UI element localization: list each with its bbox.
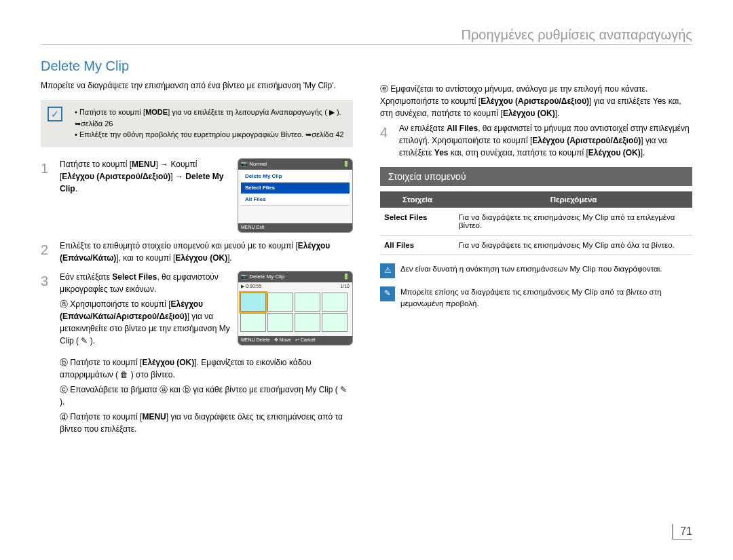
screen-menu: 📷 Normal🔋 Delete My Clip Select Files Al… (238, 158, 353, 233)
info-tip: ✎ Μπορείτε επίσης να διαγράψετε τις επισ… (380, 286, 692, 310)
menu-delete-my-clip: Delete My Clip (241, 171, 350, 183)
left-column: Delete My Clip Μπορείτε να διαγράψετε τη… (41, 52, 353, 438)
menu-all-files: All Files (241, 194, 350, 206)
sub-a: ⓐ Χρησιμοποιήστε το κουμπί [Ελέγχου (Επά… (60, 298, 231, 347)
menu-select-files: Select Files (241, 183, 350, 194)
note-box: ✓ Πατήστε το κουμπί [MODE] για να επιλέξ… (41, 100, 353, 147)
table-row: All Files Για να διαγράψετε τις επισημάν… (380, 236, 692, 255)
step-3: 3 Εάν επιλέξατε Select Files, θα εμφανισ… (41, 271, 353, 350)
thumbnail (295, 293, 320, 312)
step-4-body: Αν επιλέξατε All Files, θα εμφανιστεί το… (399, 122, 692, 159)
step-4-num: 4 (380, 122, 392, 159)
step-2: 2 Επιλέξτε το επιθυμητό στοιχείο υπομενο… (41, 240, 353, 264)
pencil-icon: ✎ (380, 286, 395, 301)
warning-icon: ⚠ (380, 263, 395, 278)
step-4: 4 Αν επιλέξατε All Files, θα εμφανιστεί … (380, 122, 692, 159)
thumbnail (322, 293, 347, 312)
step-1-num: 1 (41, 158, 53, 179)
thumbnail (322, 313, 347, 332)
submenu-table: Στοιχεία Περιεχόμενα Select Files Για να… (380, 191, 692, 255)
note-line-1: Πατήστε το κουμπί [MODE] για να επιλέξετ… (75, 107, 345, 129)
thumbnail (240, 313, 266, 332)
intro-text: Μπορείτε να διαγράψετε την επισήμανση απ… (41, 79, 353, 92)
table-row: Select Files Για να διαγράψετε τις επιση… (380, 208, 692, 236)
step-3-num: 3 (41, 271, 53, 291)
sub-e: ⓔ Εμφανίζεται το αντίστοιχο μήνυμα, ανάλ… (380, 83, 692, 119)
step-1: 1 Πατήστε το κουμπί [MENU] → Κουμπί [Ελέ… (41, 158, 353, 233)
sub-d: ⓓ Πατήστε το κουμπί [MENU] για να διαγρά… (60, 411, 353, 435)
thumbnail (267, 313, 293, 332)
menu-exit: MENU Exit (241, 224, 264, 231)
step-2-body: Επιλέξτε το επιθυμητό στοιχείο υπομενού … (60, 240, 353, 264)
submenu-heading: Στοιχεία υπομενού (380, 167, 692, 186)
page-header: Προηγμένες ρυθμίσεις αναπαραγωγής (41, 27, 692, 45)
sub-b: ⓑ Πατήστε το κουμπί [Ελέγχου (OK)]. Εμφα… (60, 356, 353, 381)
th-items: Στοιχεία (380, 191, 455, 208)
note-line-2: Επιλέξτε την οθόνη προβολής του ευρετηρί… (75, 129, 345, 141)
thumbnail (267, 293, 293, 312)
info-warning: ⚠ Δεν είναι δυνατή η ανάκτηση των επισημ… (380, 263, 692, 278)
check-icon: ✓ (48, 107, 62, 122)
section-title: Delete My Clip (41, 58, 353, 74)
step-2-num: 2 (41, 240, 53, 264)
page-number: 71 (672, 524, 692, 540)
sub-c: ⓒ Επαναλάβετε τα βήματα ⓐ και ⓑ για κάθε… (60, 384, 353, 408)
thumbnail (240, 293, 266, 312)
btn-delete: MENU Delete (241, 337, 270, 344)
screen-thumbs: 📷 Delete My Clip🔋 ▶ 0:00:551/10 MENU Del… (238, 271, 353, 346)
step-3-body: Εάν επιλέξατε Select Files, θα εμφανιστο… (60, 271, 231, 350)
th-contents: Περιεχόμενα (455, 191, 692, 208)
thumbnail (295, 313, 320, 332)
right-column: ⓔ Εμφανίζεται το αντίστοιχο μήνυμα, ανάλ… (380, 52, 692, 438)
step-1-body: Πατήστε το κουμπί [MENU] → Κουμπί [Ελέγχ… (60, 158, 231, 195)
